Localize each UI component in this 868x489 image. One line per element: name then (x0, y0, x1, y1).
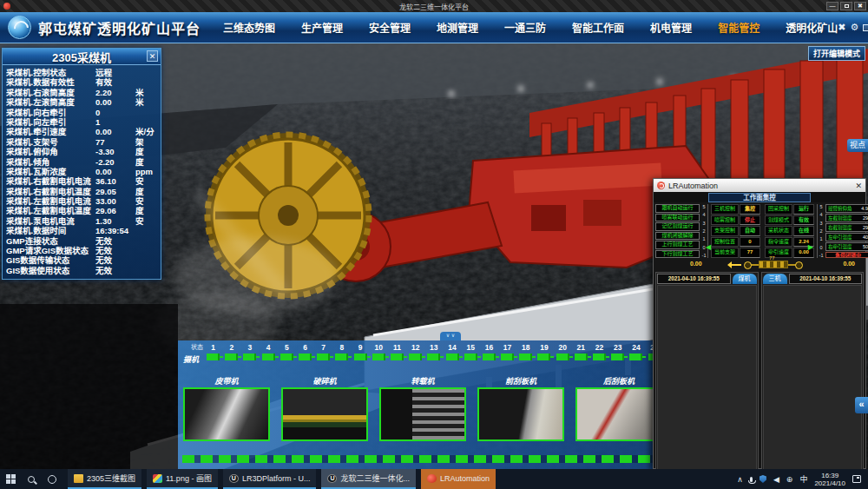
telemetry-value: 1.30 (95, 216, 135, 226)
cortana-button[interactable] (42, 469, 62, 489)
lr-titlebar[interactable]: LRAutomation ✕ (654, 179, 865, 192)
channel-status-indicator (629, 354, 642, 360)
speaker-icon[interactable]: ◀ (773, 475, 779, 484)
channel-cell: 3 (240, 342, 259, 360)
taskbar-task[interactable]: LRAutomation (421, 469, 496, 489)
channel-number: 18 (516, 342, 535, 353)
menu-item[interactable]: 智能管控 (718, 20, 760, 35)
minimize-button[interactable]: — (826, 2, 838, 10)
mode-led-button[interactable]: 下行割煤工艺 (655, 250, 700, 259)
console-tab[interactable]: 三机 (763, 274, 787, 284)
camera-group-label: 转载机 (379, 375, 466, 387)
mode-led-button[interactable]: 上行割煤工艺 (655, 241, 700, 249)
task-app-icon: U (327, 474, 337, 483)
channel-number: 23 (608, 342, 627, 353)
collapse-left-icon[interactable]: « (855, 397, 868, 413)
mode-led-button[interactable]: 记忆割煤运行 (655, 222, 700, 231)
mode-led-button[interactable]: 跟机自动运行 (655, 204, 700, 213)
menu-item[interactable]: 安全管理 (369, 20, 411, 35)
channel-status-indicator (593, 354, 606, 360)
taskbar-clock[interactable]: 16:39 2021/4/10 (814, 472, 845, 487)
telemetry-row: 采煤机.俯仰角 -3.30 度 (6, 147, 157, 156)
strip-collapse-icon[interactable]: ∨ ∨ (440, 332, 461, 340)
sensor-led[interactable]: 左牵引温度 40 (825, 233, 868, 241)
panel-close-icon[interactable]: ✕ (147, 50, 158, 62)
telemetry-row: 采煤机.左滚筒高度 0.00 米 (6, 97, 157, 107)
security-shield-icon[interactable] (760, 475, 766, 483)
scale-tick: 5 (700, 204, 707, 209)
tray-chevron-up-icon[interactable]: ∧ (737, 475, 743, 484)
network-globe-icon[interactable]: ⊕ (786, 475, 793, 484)
telemetry-unit: 米/分 (135, 127, 157, 136)
right-speed-scale: 543210-1 (817, 204, 825, 258)
status-value: 自动 (740, 226, 760, 236)
sensor-led[interactable]: 右牵引温度 50 (825, 242, 868, 251)
gear-icon[interactable]: ⚙ (850, 22, 858, 33)
channel-status-indicator (262, 354, 275, 360)
camera-thumb-crusher[interactable] (281, 387, 368, 441)
lr-status-section: 跟机自动运行喷雾联动运行记忆割煤运行煤机闭锁解除上行割煤工艺下行割煤工艺 543… (654, 202, 865, 258)
channel-status-indicator (611, 354, 624, 360)
telemetry-label: 采煤机.右截割电机电流 (6, 176, 95, 186)
mode-led-button[interactable]: 喷雾联动运行 (655, 214, 700, 222)
telemetry-row: 采煤机.右截割电机温度 29.05 度 (6, 187, 157, 196)
task-label: LRAutomation (440, 474, 490, 483)
sensor-value: 40 (863, 234, 868, 241)
taskbar-task[interactable]: 2305三维截图 (68, 469, 141, 489)
estop-indicator[interactable]: 急停闭锁中 (825, 252, 868, 258)
console-tab[interactable]: 煤机 (733, 274, 757, 284)
channel-number: 14 (443, 342, 461, 353)
taskbar-task[interactable]: U 龙软二三维一体化... (321, 469, 416, 489)
maximize-button[interactable] (840, 2, 852, 10)
camera-thumb-rear-scraper[interactable] (575, 387, 662, 441)
clock-date: 2021/4/10 (814, 479, 845, 487)
sensor-led[interactable]: 右截割温度 29 (825, 223, 868, 232)
telemetry-row: 采煤机.向右牵引 0 (6, 108, 157, 117)
menu-item[interactable]: 地测管理 (437, 20, 478, 35)
search-button[interactable] (21, 469, 42, 489)
open-edit-mode-button[interactable]: 打开编辑模式 (808, 46, 865, 61)
taskbar-task[interactable]: U LR3DPlatform - U... (223, 469, 317, 489)
menu-item[interactable]: 机电管理 (650, 20, 692, 35)
console-rows: 方向 向左 向右 采煤切割 启动 停止 (657, 285, 757, 489)
channel-status-indicator (372, 354, 385, 360)
ime-indicator[interactable]: 中 (799, 473, 807, 485)
menu-item[interactable]: 一通三防 (504, 20, 546, 35)
slider-handle[interactable] (759, 261, 788, 268)
microphone-icon[interactable] (750, 477, 753, 482)
close-button[interactable]: ✖ (854, 2, 866, 10)
telemetry-unit: 安 (135, 176, 157, 186)
camera-thumb-front-scraper[interactable] (477, 387, 564, 441)
lr-close-icon[interactable]: ✕ (855, 182, 862, 190)
channel-number: 11 (388, 342, 406, 353)
telemetry-label: 采煤机.向左牵引 (6, 117, 95, 127)
channel-number: 19 (535, 342, 553, 353)
sensor-led[interactable]: 摇臂俯仰角 4.9 (825, 204, 868, 213)
telemetry-row: 采煤机.左截割电机温度 29.06 度 (6, 206, 157, 215)
layout-icon[interactable] (863, 24, 868, 31)
status-label: 采机状态 (765, 226, 792, 236)
start-button[interactable] (0, 469, 21, 489)
camera-thumb-belt[interactable] (183, 387, 270, 441)
camera-thumb-loader[interactable] (379, 387, 466, 441)
menu-item[interactable]: 生产管理 (301, 20, 343, 35)
workface-control-tab[interactable]: 工作面集控 (708, 193, 811, 202)
channel-number: 24 (627, 342, 645, 353)
menu-item[interactable]: 智能工作面 (572, 20, 624, 35)
channel-number: 13 (424, 342, 443, 353)
notification-center-icon[interactable] (852, 475, 861, 483)
telemetry-unit: 米 (135, 88, 157, 97)
telemetry-unit: 度 (135, 206, 157, 215)
camera-group-label: 前刮板机 (477, 375, 564, 387)
lrautomation-window: LRAutomation ✕ 工作面集控 跟机自动运行喷雾联动运行记忆割煤运行煤… (653, 178, 866, 469)
taskbar-task[interactable]: 11.png - 画图 (147, 469, 218, 489)
menu-item[interactable]: 三维态势图 (223, 20, 275, 35)
channel-number: 8 (332, 342, 351, 353)
sensor-led[interactable]: 左截割温度 29 (825, 214, 868, 222)
menu-item[interactable]: 透明化矿山 (786, 20, 838, 35)
status-value: 77 (740, 248, 760, 258)
mode-led-button[interactable]: 煤机闭锁解除 (655, 232, 700, 241)
task-label: 2305三维截图 (87, 472, 135, 484)
tools-icon[interactable]: ✖ (838, 22, 845, 33)
viewpoint-tab[interactable]: 视点 (847, 139, 868, 152)
